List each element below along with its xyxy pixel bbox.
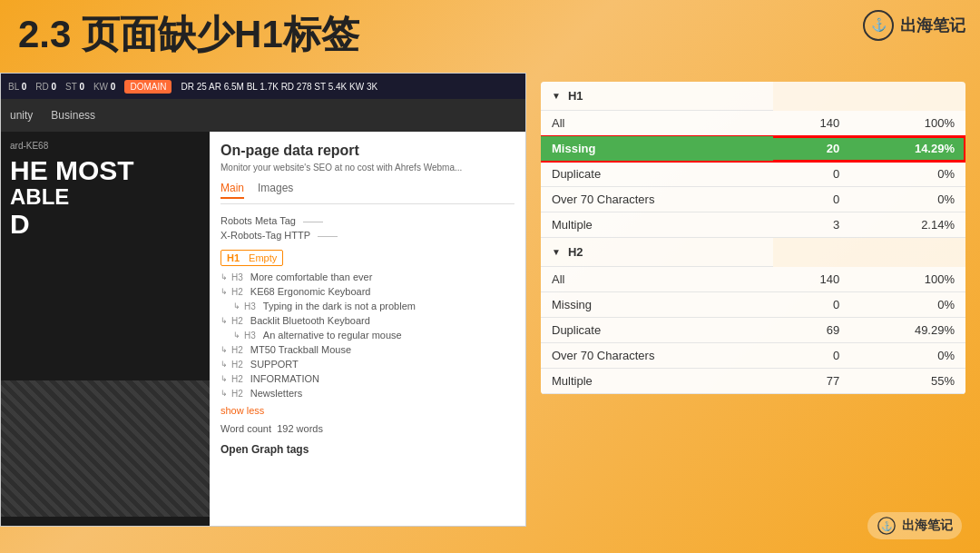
product-area: ard-KE68 HE MOST ABLE D: [1, 132, 210, 526]
struct-h2-5: ↳ H2 INFORMATION: [220, 371, 514, 386]
row-h2-multiple: Multiple 77 55%: [541, 369, 965, 394]
watermark: ⚓ 出海笔记: [867, 512, 962, 539]
product-title-line2: ABLE: [10, 185, 201, 209]
h1-empty-tag: H1 Empty: [220, 250, 283, 266]
chevron-h1: ▼: [552, 91, 561, 101]
watermark-text: 出海笔记: [902, 518, 953, 534]
nav-item-business[interactable]: Business: [51, 109, 95, 122]
svg-text:⚓: ⚓: [871, 17, 887, 33]
struct-h3-3: ↳ H3 An alternative to regular mouse: [220, 328, 514, 342]
struct-h2-6: ↳ H2 Newsletters: [220, 386, 514, 400]
ahrefs-bar: BL 0 RD 0 ST 0 KW 0 DOMAIN DR 25 AR 6.5M…: [1, 74, 525, 99]
ahrefs-stat-st: ST 0: [65, 82, 84, 92]
product-title: HE MOST ABLE D: [10, 155, 201, 239]
ahrefs-stats: DR 25 AR 6.5M BL 1.7K RD 278 ST 5.4K KW …: [181, 82, 377, 92]
report-title: On-page data report: [220, 143, 514, 159]
logo-area: ⚓ 出海笔记: [862, 9, 965, 42]
ahrefs-domain-label: DOMAIN: [124, 80, 172, 94]
section-h2: ▼ H2: [541, 238, 965, 268]
row-h1-duplicate: Duplicate 0 0%: [541, 162, 965, 187]
struct-h3-1: ↳ H3 More comfortable than ever: [220, 270, 514, 284]
row-h2-missing: Missing 0 0%: [541, 292, 965, 318]
tab-main[interactable]: Main: [220, 182, 244, 199]
logo-icon: ⚓: [862, 9, 895, 42]
report-subtitle: Monitor your website's SEO at no cost wi…: [220, 163, 514, 173]
tab-images[interactable]: Images: [258, 182, 293, 199]
row-h2-all: All 140 100%: [541, 267, 965, 292]
structure-tree: ↳ H3 More comfortable than ever ↳ H2 KE6…: [220, 270, 514, 400]
struct-h3-2: ↳ H3 Typing in the dark is not a problem: [220, 299, 514, 313]
product-title-line3: D: [10, 209, 201, 239]
left-panel: BL 0 RD 0 ST 0 KW 0 DOMAIN DR 25 AR 6.5M…: [0, 73, 526, 527]
logo-text: 出海笔记: [900, 15, 965, 36]
struct-h2-2: ↳ H2 Backlit Bluetooth Keyboard: [220, 313, 514, 328]
struct-h2-3: ↳ H2 MT50 Trackball Mouse: [220, 342, 514, 357]
open-graph-header: Open Graph tags: [220, 443, 514, 456]
right-panel: ▼ H1 All 140 100% Missing 20 14.29%: [526, 73, 980, 553]
word-count: Word count 192 words: [220, 423, 514, 434]
row-h1-all: All 140 100%: [541, 111, 965, 136]
show-less-link[interactable]: show less: [220, 405, 514, 416]
product-title-line1: HE MOST: [10, 155, 201, 185]
section-h1: ▼ H1: [541, 82, 965, 111]
content-area: BL 0 RD 0 ST 0 KW 0 DOMAIN DR 25 AR 6.5M…: [0, 73, 980, 553]
report-area[interactable]: On-page data report Monitor your website…: [210, 132, 525, 526]
site-nav: unity Business: [1, 99, 525, 132]
site-main: ard-KE68 HE MOST ABLE D On-page data rep…: [1, 132, 525, 526]
row-h1-multiple: Multiple 3 2.14%: [541, 212, 965, 238]
ahrefs-stat-rd: RD 0: [35, 82, 56, 92]
meta-robots: Robots Meta Tag ——: [220, 213, 514, 228]
struct-h2-4: ↳ H2 SUPPORT: [220, 357, 514, 371]
report-tabs: Main Images: [220, 182, 514, 204]
ahrefs-stat-bl: BL 0: [8, 82, 26, 92]
meta-x-robots: X-Robots-Tag HTTP ——: [220, 228, 514, 242]
product-badge: ard-KE68: [10, 141, 201, 151]
struct-h2-1: ↳ H2 KE68 Ergonomic Keyboard: [220, 284, 514, 299]
svg-text:⚓: ⚓: [881, 520, 893, 532]
keyboard-image: [1, 380, 210, 517]
nav-item-unity[interactable]: unity: [10, 109, 33, 122]
seo-data-table: ▼ H1 All 140 100% Missing 20 14.29%: [541, 82, 965, 394]
row-h1-over70: Over 70 Characters 0 0%: [541, 187, 965, 212]
watermark-icon: ⚓: [877, 516, 897, 536]
ahrefs-stat-kw: KW 0: [93, 82, 115, 92]
page-title: 2.3 页面缺少H1标签: [18, 9, 359, 60]
row-h2-over70: Over 70 Characters 0 0%: [541, 343, 965, 369]
structure-list: Robots Meta Tag —— X-Robots-Tag HTTP —— …: [220, 213, 514, 416]
row-h2-duplicate: Duplicate 69 49.29%: [541, 318, 965, 343]
chevron-h2: ▼: [552, 247, 561, 257]
row-h1-missing: Missing 20 14.29%: [541, 136, 965, 162]
